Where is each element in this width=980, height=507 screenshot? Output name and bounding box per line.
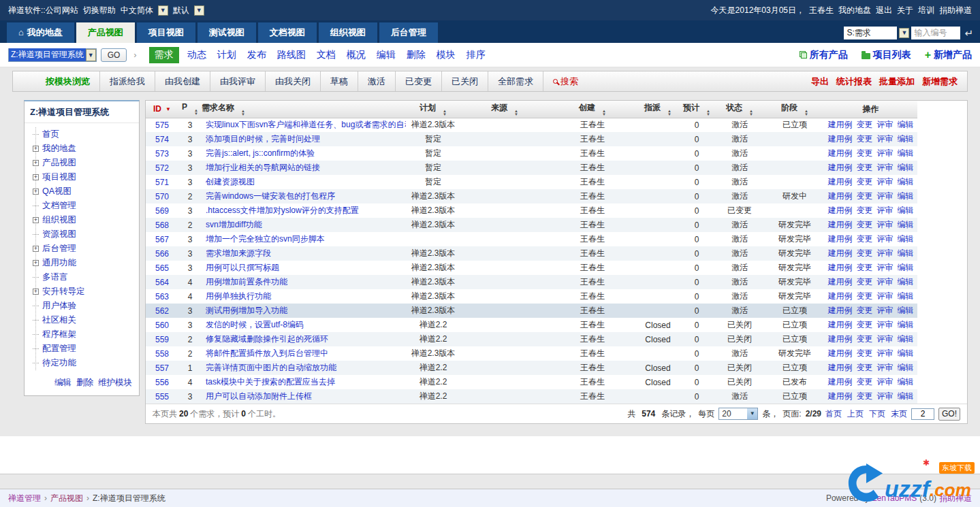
row-action-link[interactable]: 编辑: [898, 134, 914, 144]
story-title-link[interactable]: 完善详情页面中图片的自动缩放功能: [206, 363, 336, 372]
nav-tab[interactable]: 测试视图: [197, 22, 256, 43]
topbar-link[interactable]: 培训: [918, 5, 934, 16]
story-id-link[interactable]: 563: [155, 292, 169, 301]
expand-icon[interactable]: +: [33, 246, 39, 252]
search-id-input[interactable]: 输入编号: [911, 27, 960, 39]
column-header-created[interactable]: 创建▲▼: [549, 101, 636, 118]
sidebar-item-label[interactable]: 产品视图: [42, 157, 76, 169]
toolbar-action-link[interactable]: 导出: [811, 76, 829, 88]
row-action-link[interactable]: 变更: [857, 163, 873, 172]
row-action-link[interactable]: 编辑: [898, 177, 914, 186]
toolbar-item[interactable]: 搜索: [543, 71, 588, 91]
story-id-link[interactable]: 556: [155, 378, 169, 387]
row-action-link[interactable]: 评审: [877, 120, 894, 129]
sidebar-item-label[interactable]: QA视图: [42, 186, 72, 197]
row-action-link[interactable]: 建用例: [828, 134, 853, 144]
row-action-link[interactable]: 编辑: [898, 248, 914, 258]
toolbar-item[interactable]: 按模块浏览: [36, 71, 100, 91]
sidebar-tree-item[interactable]: +项目视图: [33, 170, 136, 184]
row-action-link[interactable]: 建用例: [828, 248, 853, 258]
toolbar-item[interactable]: 指派给我: [100, 71, 155, 91]
row-action-link[interactable]: 变更: [857, 277, 873, 287]
row-action-link[interactable]: 编辑: [898, 120, 914, 129]
story-id-link[interactable]: 569: [155, 206, 169, 216]
story-id-link[interactable]: 565: [155, 263, 169, 273]
subnav-item[interactable]: 编辑: [377, 49, 396, 61]
row-action-link[interactable]: 编辑: [898, 391, 914, 401]
row-action-link[interactable]: 评审: [877, 206, 894, 215]
toolbar-item[interactable]: 由我评审: [210, 71, 266, 91]
sidebar-item-label[interactable]: 后台管理: [42, 243, 76, 255]
story-id-link[interactable]: 557: [155, 363, 169, 373]
story-title-link[interactable]: 创建资源视图: [206, 177, 255, 186]
sidebar-tree-item[interactable]: +QA视图: [33, 184, 136, 199]
row-action-link[interactable]: 建用例: [828, 363, 853, 372]
sidebar-item-label[interactable]: 社区相关: [42, 314, 76, 326]
story-id-link[interactable]: 568: [155, 220, 169, 230]
row-action-link[interactable]: 变更: [857, 363, 873, 372]
row-action-link[interactable]: 变更: [857, 191, 873, 201]
story-id-link[interactable]: 558: [155, 349, 169, 359]
row-action-link[interactable]: 变更: [857, 377, 873, 387]
row-action-link[interactable]: 评审: [877, 134, 894, 144]
row-action-link[interactable]: 评审: [877, 363, 894, 372]
row-action-link[interactable]: 评审: [877, 334, 894, 344]
row-action-link[interactable]: 变更: [857, 320, 873, 329]
current-user-link[interactable]: 王春生: [809, 5, 834, 16]
row-action-link[interactable]: 建用例: [828, 291, 853, 301]
row-action-link[interactable]: 编辑: [898, 334, 914, 344]
story-title-link[interactable]: 添加项目的时候，完善时间处理: [206, 134, 320, 144]
story-title-link[interactable]: 用户可以自动添加附件上传框: [206, 391, 312, 401]
row-action-link[interactable]: 变更: [857, 306, 873, 315]
column-header-estimate[interactable]: 预计▲▼: [680, 101, 714, 118]
row-action-link[interactable]: 编辑: [898, 163, 914, 172]
expand-icon[interactable]: +: [33, 174, 39, 180]
row-action-link[interactable]: 评审: [877, 263, 894, 272]
nav-tab[interactable]: 组织视图: [319, 22, 377, 43]
subnav-item[interactable]: 计划: [217, 49, 236, 61]
page-go-button[interactable]: GO!: [938, 408, 960, 421]
subnav-item[interactable]: 文档: [317, 49, 336, 61]
sidebar-tree-item[interactable]: 文档管理: [33, 199, 136, 213]
page-nav-link[interactable]: 末页: [891, 408, 907, 420]
page-number-input[interactable]: [911, 408, 934, 420]
row-action-link[interactable]: 评审: [877, 163, 894, 172]
column-header-plan[interactable]: 计划▲▼: [406, 101, 460, 118]
sidebar-tree-item[interactable]: +通用功能: [33, 256, 136, 270]
product-select[interactable]: Z:禅道项目管理系统 ▼: [8, 48, 97, 62]
story-id-link[interactable]: 566: [155, 249, 169, 259]
row-action-link[interactable]: 编辑: [898, 277, 914, 287]
story-title-link[interactable]: task模块中关于搜索的配置应当去掉: [206, 377, 335, 387]
sidebar-item-label[interactable]: 首页: [42, 129, 59, 140]
row-action-link[interactable]: 变更: [857, 263, 873, 272]
row-action-link[interactable]: 建用例: [828, 277, 853, 287]
column-header-status[interactable]: 状态▲▼: [714, 101, 765, 118]
row-action-link[interactable]: 评审: [877, 220, 894, 229]
sidebar-action-link[interactable]: 删除: [76, 377, 93, 389]
nav-tab[interactable]: ⌂我的地盘: [7, 22, 74, 43]
row-action-link[interactable]: 变更: [857, 148, 873, 158]
row-action-link[interactable]: 评审: [877, 177, 894, 186]
topbar-link[interactable]: 捐助禅道: [939, 5, 972, 16]
expand-icon[interactable]: +: [33, 217, 39, 223]
subnav-item[interactable]: 动态: [187, 49, 206, 61]
row-action-link[interactable]: 评审: [877, 191, 894, 201]
sidebar-tree-item[interactable]: 首页: [33, 127, 136, 142]
toolbar-action-link[interactable]: 新增需求: [922, 76, 958, 88]
row-action-link[interactable]: 变更: [857, 334, 873, 344]
row-action-link[interactable]: 变更: [857, 234, 873, 244]
enter-icon[interactable]: ↵: [964, 27, 973, 39]
sidebar-item-label[interactable]: 配置管理: [42, 343, 76, 355]
row-action-link[interactable]: 编辑: [898, 291, 914, 301]
row-action-link[interactable]: 评审: [877, 348, 894, 358]
sidebar-item-label[interactable]: 项目视图: [42, 171, 76, 183]
story-id-link[interactable]: 574: [155, 135, 169, 144]
topbar-link[interactable]: 我的地盘: [838, 5, 871, 16]
page-nav-link[interactable]: 首页: [825, 408, 842, 420]
story-id-link[interactable]: 555: [155, 392, 169, 402]
sidebar-tree-item[interactable]: 配置管理: [33, 342, 136, 356]
column-header-id[interactable]: ID▼: [146, 101, 178, 118]
column-header-source[interactable]: 来源▲▼: [460, 101, 549, 118]
story-id-link[interactable]: 570: [155, 192, 169, 201]
expand-icon[interactable]: +: [33, 289, 39, 295]
